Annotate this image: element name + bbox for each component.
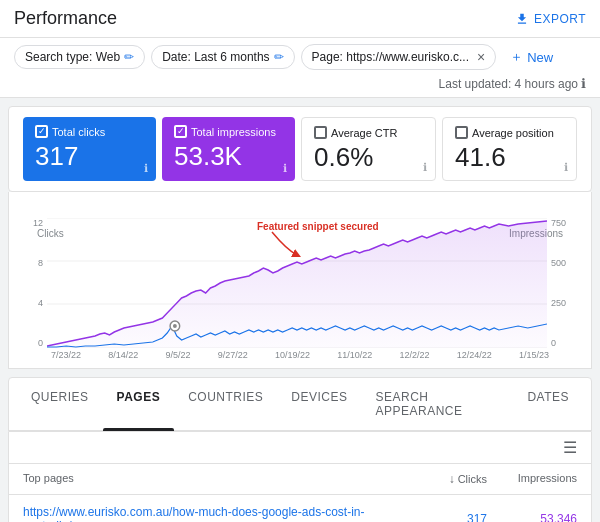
edit-icon: ✏: [124, 50, 134, 64]
checkbox-icon: [314, 126, 327, 139]
tab-search-appearance[interactable]: SEARCH APPEARANCE: [362, 378, 514, 430]
search-type-filter[interactable]: Search type: Web ✏: [14, 45, 145, 69]
table-header-row: Top pages ↓ Clicks Impressions: [9, 464, 591, 495]
avg-ctr-label: Average CTR: [314, 126, 423, 139]
info-icon: ℹ: [423, 161, 427, 174]
filter-icon[interactable]: ☰: [563, 438, 577, 457]
avg-position-value: 41.6: [455, 143, 564, 172]
annotation: Featured snippet secured: [257, 218, 379, 233]
page-link[interactable]: https://www.eurisko.com.au/how-much-does…: [23, 505, 407, 522]
avg-position-card[interactable]: Average position 41.6 ℹ: [442, 117, 577, 181]
avg-ctr-value: 0.6%: [314, 143, 423, 172]
avg-ctr-card[interactable]: Average CTR 0.6% ℹ: [301, 117, 436, 181]
checkbox-icon: [35, 125, 48, 138]
col-page-header: Top pages: [23, 472, 407, 486]
last-updated: Last updated: 4 hours ago ℹ: [439, 76, 586, 91]
new-filter-button[interactable]: ＋ New: [502, 44, 561, 70]
annotation-arrow: [267, 230, 307, 260]
tabs-row: QUERIES PAGES COUNTRIES DEVICES SEARCH A…: [9, 378, 591, 431]
avg-position-label: Average position: [455, 126, 564, 139]
export-icon: [515, 12, 529, 26]
export-button[interactable]: EXPORT: [515, 12, 586, 26]
info-icon: ℹ: [144, 162, 148, 175]
impressions-value: 53,346: [487, 512, 577, 522]
page-filter[interactable]: Page: https://www.eurisko.c... ×: [301, 44, 497, 70]
edit-icon: ✏: [274, 50, 284, 64]
clicks-value: 317: [407, 512, 487, 522]
info-icon: ℹ: [581, 76, 586, 91]
tab-countries[interactable]: COUNTRIES: [174, 378, 277, 430]
table-section: ☰ Top pages ↓ Clicks Impressions https:/…: [8, 432, 592, 522]
x-axis-labels: 7/23/22 8/14/22 9/5/22 9/27/22 10/19/22 …: [51, 350, 549, 360]
svg-point-5: [173, 324, 177, 328]
total-impressions-label: Total impressions: [174, 125, 283, 138]
header: Performance EXPORT: [0, 0, 600, 38]
date-range-filter[interactable]: Date: Last 6 months ✏: [151, 45, 294, 69]
total-clicks-card[interactable]: Total clicks 317 ℹ: [23, 117, 156, 181]
sort-arrow-icon: ↓: [449, 472, 455, 486]
total-impressions-value: 53.3K: [174, 142, 283, 171]
chart-area: Featured snippet secured: [47, 218, 547, 348]
checkbox-icon: [174, 125, 187, 138]
tab-queries[interactable]: QUERIES: [17, 378, 103, 430]
tab-pages[interactable]: PAGES: [103, 378, 175, 430]
table-filter-row: ☰: [9, 432, 591, 464]
close-icon[interactable]: ×: [477, 49, 485, 65]
total-clicks-value: 317: [35, 142, 144, 171]
col-clicks-header: ↓ Clicks: [407, 472, 487, 486]
metrics-row: Total clicks 317 ℹ Total impressions 53.…: [23, 117, 577, 181]
tab-dates[interactable]: DATES: [513, 378, 583, 430]
checkbox-icon: [455, 126, 468, 139]
tab-devices[interactable]: DEVICES: [277, 378, 361, 430]
filter-bar: Search type: Web ✏ Date: Last 6 months ✏…: [0, 38, 600, 98]
col-impressions-header: Impressions: [487, 472, 577, 486]
metrics-section: Total clicks 317 ℹ Total impressions 53.…: [8, 106, 592, 192]
chart-section: Clicks Impressions 12 8 4 0 Featured sni…: [8, 192, 592, 369]
info-icon: ℹ: [564, 161, 568, 174]
page-title: Performance: [14, 8, 117, 29]
info-icon: ℹ: [283, 162, 287, 175]
table-row: https://www.eurisko.com.au/how-much-does…: [9, 495, 591, 522]
total-clicks-label: Total clicks: [35, 125, 144, 138]
tabs-section: QUERIES PAGES COUNTRIES DEVICES SEARCH A…: [8, 377, 592, 432]
total-impressions-card[interactable]: Total impressions 53.3K ℹ: [162, 117, 295, 181]
